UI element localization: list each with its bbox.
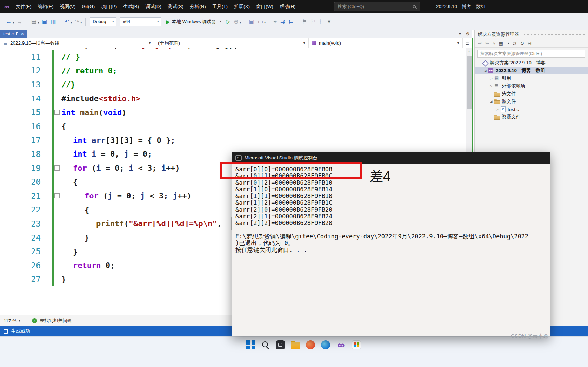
collapse-toggle-icon[interactable]: − [54,165,60,171]
zoom-dropdown[interactable]: 117 % ▾ [0,318,24,323]
scrollbar-thumb[interactable] [467,56,472,109]
close-icon[interactable]: × [21,31,24,37]
collapse-toggle-icon[interactable]: − [54,110,60,115]
console-line: &arr[1][2]=000000B628F9FB1C [235,199,550,206]
token: i [129,164,133,172]
token: = 0; [113,191,140,200]
se-search-input[interactable]: 搜索解决方案资源管理器(Ctrl+;) [477,50,585,58]
tree-item[interactable]: 解决方案"2022.9.10—博客— [475,59,588,67]
device-target-icon[interactable]: ▭ [258,19,263,25]
tree-item[interactable]: ▷test.c [475,105,588,113]
nav-forward-icon[interactable]: → [17,19,22,25]
chevron-down-icon: ▾ [155,20,159,23]
scope-dropdown[interactable]: (全局范围) ▾ [154,38,309,48]
back-button[interactable]: ↩ [478,41,482,46]
expander-icon[interactable]: ▷ [489,77,494,80]
forward-button[interactable]: ↪ [485,41,489,46]
task-view-button[interactable] [276,340,285,349]
search-button[interactable] [261,341,270,349]
pin-icon[interactable] [16,33,17,35]
menu-item[interactable]: 视图(V) [57,0,79,13]
scroll-up-icon[interactable]: ▴ [466,48,472,53]
breakpoints-window-icon[interactable]: ▣ [249,19,254,25]
drag-handle[interactable] [522,34,585,35]
collapse-all-button[interactable]: ⊟ [528,41,532,46]
refresh-button[interactable]: ↻ [520,41,524,46]
tree-item[interactable]: ◢2022.9.10—博客—数组 [475,67,588,74]
sync-button[interactable]: ⇄ [513,41,517,46]
visual-studio-icon[interactable] [336,340,346,350]
editor-options-icon[interactable]: ⚙ [466,31,470,37]
menu-item[interactable]: Git(G) [79,0,98,13]
switch-views-button[interactable]: ▦ [499,41,503,46]
problems-label[interactable]: 未找到相关问题 [40,317,72,324]
code-line: 15−int main(void) [0,105,472,119]
new-file-icon[interactable]: ▤ [31,19,36,25]
token: < 3; [145,191,173,200]
expander-icon[interactable]: ◢ [483,69,488,72]
configuration-dropdown[interactable]: Debug▾ [90,17,116,26]
split-toggle-icon[interactable]: ≣ [463,38,472,48]
tree-item[interactable]: ◢源文件 [475,98,588,105]
tree-item[interactable]: 资源文件 [475,113,588,121]
pending-changes-button[interactable]: ◔ [507,41,509,46]
highlight-box [220,162,362,179]
expander-icon[interactable]: ▷ [495,107,500,111]
token: i [220,48,224,50]
pinned-app-icon[interactable] [352,340,361,349]
expander-icon[interactable]: ◢ [489,100,494,103]
menu-item[interactable]: 生成(B) [120,0,142,13]
debug-console-window[interactable]: >_ Microsoft Visual Studio 调试控制台 &arr[0]… [232,152,550,336]
attach-process-icon[interactable]: ⊕ [234,19,238,25]
prev-bookmark-icon[interactable]: ⚐ [310,19,315,25]
method-icon [312,41,316,45]
menu-item[interactable]: 项目(P) [98,0,120,13]
start-debugging-button[interactable]: ▶本地 Windows 调试器▾ [166,19,221,25]
menu-item[interactable]: 扩展(X) [231,0,253,13]
tab-list-chevron-icon[interactable]: ▼ [458,32,461,36]
tree-item[interactable]: ▷外部依赖项 [475,82,588,90]
line-number: 19 [0,164,46,173]
redo-icon[interactable]: ↷ [75,19,79,25]
pointer-mode-icon[interactable]: ⌖ [274,19,277,25]
collapse-toggle-icon[interactable]: − [54,193,60,198]
menu-item[interactable]: 调试(D) [142,0,165,13]
next-bookmark-icon[interactable]: ⚐ [319,19,324,25]
chevron-down-icon: ▾ [240,21,241,24]
code-line: 11// } [0,50,472,64]
browser-icon[interactable] [306,340,315,349]
edge-browser-icon[interactable] [321,340,330,349]
start-button[interactable] [246,340,255,349]
home-button[interactable]: ⌂ [493,41,495,46]
code-line: 13//} [0,78,472,92]
menu-item[interactable]: 工具(T) [209,0,231,13]
file-explorer-button[interactable] [291,342,300,349]
bookmark-icon[interactable]: ⚑ [302,19,307,25]
indent-lines-icon[interactable]: ⇉ [280,19,285,25]
code-text: } [61,247,78,256]
expander-icon[interactable]: ▷ [489,84,494,88]
menu-item[interactable]: 文件(F) [13,0,34,13]
member-dropdown[interactable]: main(void) ▾ [309,38,463,48]
project-dropdown[interactable]: 2022.9.10—博客—数组 ▾ [0,38,154,48]
start-without-debugging-icon[interactable]: ▷ [226,19,230,25]
platform-dropdown[interactable]: x64▾ [120,17,161,26]
menu-item[interactable]: 窗口(W) [253,0,276,13]
menu-item[interactable]: 帮助(H) [276,0,299,13]
code-text: return 0; [61,261,115,270]
undo-icon[interactable]: ↶ [65,19,69,25]
toolbar-overflow-icon[interactable]: ▾ [328,19,330,25]
nav-back-icon[interactable]: ← [6,19,12,25]
menu-item[interactable]: 编辑(E) [35,0,57,13]
save-icon[interactable]: ▣ [42,19,47,25]
global-search-input[interactable]: 搜索 (Ctrl+Q) [334,2,420,11]
outdent-lines-icon[interactable]: ⇇ [288,19,293,25]
tree-item[interactable]: ▷引用 [475,74,588,82]
zoom-value: 117 % [4,318,16,323]
tree-item[interactable]: 头文件 [475,90,588,98]
menu-item[interactable]: 分析(N) [187,0,209,13]
toolbar-separator [298,18,298,26]
menu-item[interactable]: 测试(S) [165,0,187,13]
tab-testc[interactable]: test.c × [0,30,27,38]
save-all-icon[interactable]: ▥ [51,19,56,25]
